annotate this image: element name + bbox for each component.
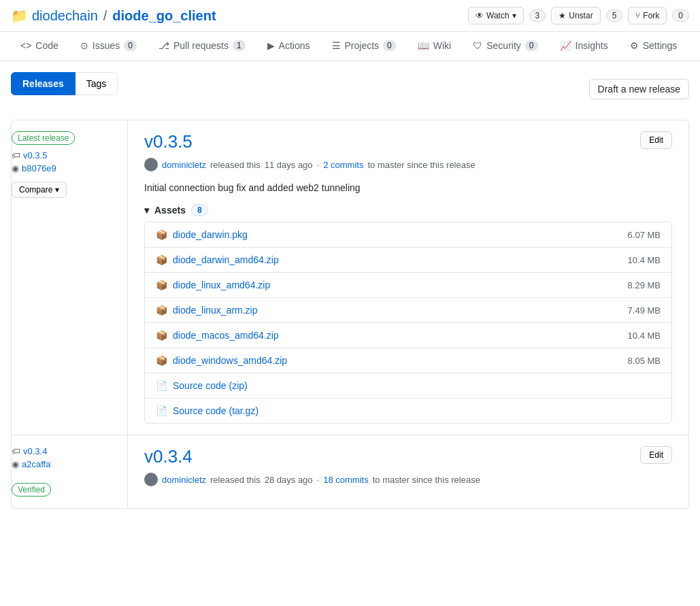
- tab-releases[interactable]: Releases: [11, 72, 76, 95]
- compare-label: Compare: [19, 185, 52, 195]
- asset-link-source-zip[interactable]: Source code (zip): [173, 380, 248, 391]
- chevron-down-icon: ▾: [512, 11, 516, 20]
- repo-nav: <> Code ⊙ Issues 0 ⎇ Pull requests 1 ▶ A…: [0, 32, 700, 61]
- dot-v035: ·: [317, 160, 320, 170]
- release-meta-v035: dominicletz released this 11 days ago · …: [144, 158, 672, 171]
- assets-header-v035[interactable]: ▾ Assets 8: [144, 204, 672, 216]
- release-sidebar-v034: 🏷 v0.3.4 ◉ a2caffa Verified: [12, 435, 127, 508]
- nav-security[interactable]: 🛡 Security 0: [463, 32, 547, 61]
- repo-header: 📁 diodechain / diode_go_client 👁 Watch ▾…: [0, 0, 700, 32]
- author-link-v035[interactable]: dominicletz: [162, 160, 206, 170]
- commit-link-v034[interactable]: a2caffa: [22, 459, 50, 469]
- issue-icon: ⊙: [80, 40, 88, 51]
- watch-button[interactable]: 👁 Watch ▾: [468, 7, 524, 24]
- page-content: Releases Tags Draft a new release Latest…: [0, 61, 700, 520]
- tag-icon: 🏷: [12, 446, 20, 456]
- fork-button[interactable]: ⑂ Fork: [628, 7, 667, 24]
- fork-label: Fork: [643, 11, 659, 20]
- shield-icon: 🛡: [473, 40, 482, 51]
- nav-actions[interactable]: ▶ Actions: [258, 32, 320, 61]
- author-link-v034[interactable]: dominicletz: [162, 475, 206, 485]
- repo-icon: 📁: [11, 7, 28, 24]
- releases-container: Latest release 🏷 v0.3.5 ◉ b8076e9 Compar…: [11, 120, 689, 509]
- unstar-label: Unstar: [569, 11, 593, 20]
- asset-row-windows-amd64: 📦 diode_windows_amd64.zip 8.05 MB: [145, 348, 671, 373]
- avatar-v035: [144, 158, 158, 171]
- zip-icon: 📦: [156, 229, 167, 240]
- asset-link-macos-amd64[interactable]: diode_macos_amd64.zip: [173, 330, 279, 341]
- commits-link-v034[interactable]: 18 commits: [323, 475, 368, 485]
- nav-code[interactable]: <> Code: [11, 32, 68, 61]
- asset-left: 📦 diode_windows_amd64.zip: [156, 355, 287, 366]
- tab-tags[interactable]: Tags: [76, 72, 118, 95]
- assets-section-v035: ▾ Assets 8 📦 diode_darwin.pkg 6.07 MB: [144, 204, 672, 424]
- fork-icon: ⑂: [635, 11, 640, 20]
- insights-icon: 📈: [560, 40, 571, 51]
- commits-suffix-v034: to master since this release: [373, 475, 480, 485]
- release-entry-v035: Latest release 🏷 v0.3.5 ◉ b8076e9 Compar…: [12, 120, 688, 435]
- draft-new-release-button[interactable]: Draft a new release: [589, 79, 689, 99]
- wiki-icon: 📖: [418, 40, 429, 51]
- eye-icon: 👁: [476, 11, 484, 20]
- release-version-v035[interactable]: v0.3.5: [144, 131, 193, 152]
- asset-link-windows-amd64[interactable]: diode_windows_amd64.zip: [173, 355, 287, 366]
- tag-link-v035[interactable]: v0.3.5: [23, 150, 47, 161]
- commit-link-v035[interactable]: b8076e9: [22, 163, 56, 173]
- released-text-v035: released this: [210, 160, 261, 170]
- sidebar-tag-v034: 🏷 v0.3.4: [12, 446, 116, 456]
- asset-left: 📦 diode_macos_amd64.zip: [156, 330, 279, 341]
- compare-button-v035[interactable]: Compare ▾: [12, 182, 67, 198]
- asset-link-darwin-pkg[interactable]: diode_darwin.pkg: [173, 229, 248, 240]
- watch-count: 3: [529, 10, 546, 22]
- zip-icon: 📦: [156, 355, 167, 366]
- edit-button-v034[interactable]: Edit: [640, 446, 672, 464]
- asset-size-linux-arm: 7.49 MB: [628, 305, 661, 316]
- nav-security-label: Security: [486, 40, 521, 51]
- nav-wiki-label: Wiki: [433, 40, 451, 51]
- assets-count: 8: [191, 204, 208, 216]
- asset-link-linux-arm[interactable]: diode_linux_arm.zip: [173, 305, 258, 316]
- assets-list-v035: 📦 diode_darwin.pkg 6.07 MB 📦 diode_darwi…: [144, 222, 672, 424]
- nav-projects[interactable]: ☰ Projects 0: [322, 32, 405, 61]
- unstar-button[interactable]: ★ Unstar: [551, 7, 600, 24]
- repo-title: 📁 diodechain / diode_go_client: [11, 7, 216, 24]
- edit-button-v035[interactable]: Edit: [640, 131, 672, 149]
- asset-link-source-targz[interactable]: Source code (tar.gz): [173, 405, 259, 416]
- nav-issues[interactable]: ⊙ Issues 0: [71, 32, 146, 61]
- tag-link-v034[interactable]: v0.3.4: [23, 446, 47, 456]
- release-main-v035: v0.3.5 Edit dominicletz released this 11…: [127, 120, 688, 435]
- avatar-v034: [144, 473, 158, 486]
- commits-suffix-v035: to master since this release: [367, 160, 475, 170]
- time-ago-v035: 11 days ago: [265, 160, 313, 170]
- asset-row-darwin-amd64: 📦 diode_darwin_amd64.zip 10.4 MB: [145, 248, 671, 273]
- asset-row-source-zip: 📄 Source code (zip): [145, 373, 671, 399]
- asset-left: 📄 Source code (tar.gz): [156, 405, 259, 416]
- tag-icon: 🏷: [12, 150, 20, 161]
- source-targz-suffix: (tar.gz): [229, 405, 259, 416]
- asset-link-darwin-amd64[interactable]: diode_darwin_amd64.zip: [173, 254, 279, 265]
- asset-size-windows-amd64: 8.05 MB: [628, 356, 661, 366]
- release-version-v034[interactable]: v0.3.4: [144, 446, 193, 467]
- source-targz-name: Source code: [173, 405, 227, 416]
- asset-row-macos-amd64: 📦 diode_macos_amd64.zip 10.4 MB: [145, 323, 671, 348]
- nav-settings[interactable]: ⚙ Settings: [620, 32, 687, 61]
- repo-name[interactable]: diode_go_client: [112, 8, 216, 24]
- commit-icon: ◉: [12, 459, 19, 469]
- zip-icon: 📦: [156, 254, 167, 265]
- nav-settings-label: Settings: [643, 40, 678, 51]
- release-title-row-v035: v0.3.5 Edit: [144, 131, 672, 158]
- commits-link-v035[interactable]: 2 commits: [323, 160, 363, 170]
- gear-icon: ⚙: [630, 40, 639, 51]
- sidebar-tag-v035: 🏷 v0.3.5: [12, 150, 116, 161]
- nav-pull-requests[interactable]: ⎇ Pull requests 1: [149, 32, 255, 61]
- asset-left: 📦 diode_linux_amd64.zip: [156, 280, 270, 290]
- release-sidebar-v035: Latest release 🏷 v0.3.5 ◉ b8076e9 Compar…: [12, 120, 127, 435]
- asset-link-linux-amd64[interactable]: diode_linux_amd64.zip: [173, 280, 270, 290]
- asset-left: 📄 Source code (zip): [156, 380, 248, 391]
- nav-insights[interactable]: 📈 Insights: [550, 32, 618, 61]
- commit-icon: ◉: [12, 163, 19, 173]
- triangle-icon: ▾: [144, 205, 149, 216]
- release-meta-v034: dominicletz released this 28 days ago · …: [144, 473, 672, 486]
- nav-wiki[interactable]: 📖 Wiki: [408, 32, 461, 61]
- repo-owner[interactable]: diodechain: [32, 8, 98, 24]
